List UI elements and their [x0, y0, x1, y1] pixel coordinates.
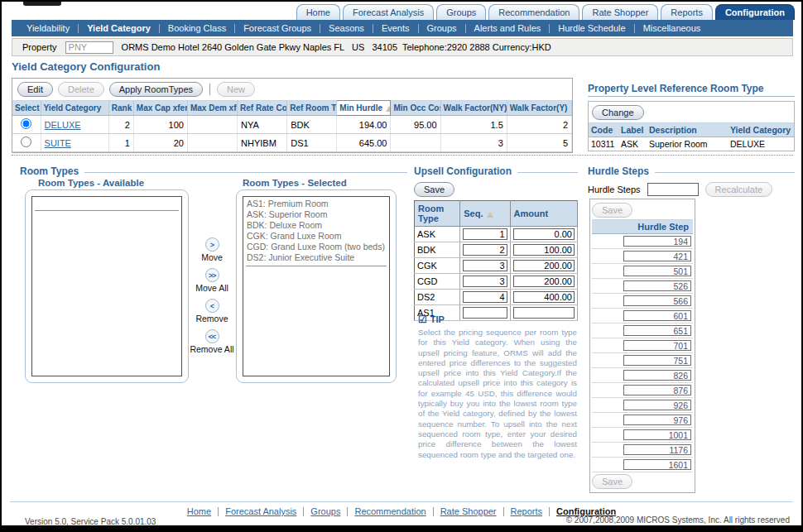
footer-link-forecast-analysis[interactable]: Forecast Analysis — [225, 506, 296, 516]
seq-input[interactable] — [463, 291, 507, 303]
tab-forecast-analysis[interactable]: Forecast Analysis — [343, 4, 434, 20]
hurdle-step-input[interactable] — [623, 415, 691, 425]
hurdle-steps-section: Hurdle Steps Hurdle Steps Recalculate — [588, 165, 795, 197]
column-header-seq[interactable]: Seq. — [460, 201, 510, 227]
tab-home[interactable]: Home — [296, 4, 340, 20]
hurdle-step-input[interactable] — [623, 310, 691, 321]
tab-recommendation[interactable]: Recommendation — [488, 4, 579, 20]
yield-category-link[interactable]: DELUXE — [45, 120, 81, 130]
hurdle-step-input[interactable] — [623, 340, 691, 351]
move-all-icon[interactable]: >> — [205, 268, 219, 282]
amount-input[interactable] — [513, 228, 575, 240]
subnav-forecast-groups[interactable]: Forecast Groups — [235, 23, 320, 33]
subnav-yieldability[interactable]: Yieldability — [18, 23, 78, 33]
subnav-events[interactable]: Events — [373, 23, 418, 33]
new-button[interactable]: New — [217, 82, 255, 97]
move-button-label[interactable]: Move — [201, 252, 223, 262]
edit-button[interactable]: Edit — [17, 82, 53, 97]
remove-button-label[interactable]: Remove — [195, 314, 228, 324]
list-item[interactable]: CGK: Grand Luxe Room — [244, 231, 388, 242]
hurdle-step-input[interactable] — [623, 370, 691, 381]
hurdle-step-input[interactable] — [623, 429, 691, 440]
hurdle-step-input[interactable] — [623, 266, 691, 276]
hurdle-step-row — [592, 413, 693, 428]
amount-input[interactable] — [513, 260, 575, 271]
upsell-table: Room Type Seq. Amount ASK BDK CGK — [414, 200, 578, 321]
column-header-ref-room-type[interactable]: Ref Room Type — [287, 101, 337, 116]
remove-icon[interactable]: < — [205, 299, 219, 313]
subnav-seasons[interactable]: Seasons — [320, 23, 373, 33]
footer-link-rate-shopper[interactable]: Rate Shopper — [440, 506, 497, 516]
footer-link-home[interactable]: Home — [187, 506, 211, 516]
hurdle-step-input[interactable] — [623, 280, 691, 291]
column-header-rank[interactable]: Rank — [108, 101, 133, 116]
seq-input[interactable] — [463, 228, 507, 240]
hurdle-step-input[interactable] — [623, 251, 691, 261]
column-header-min-hurdle[interactable]: Min Hurdle — [337, 101, 391, 116]
subnav-yield-category[interactable]: Yield Category — [79, 23, 159, 33]
recalculate-button[interactable]: Recalculate — [705, 182, 772, 197]
remove-all-icon[interactable]: << — [205, 329, 219, 343]
hurdle-step-input[interactable] — [623, 459, 691, 470]
amount-input[interactable] — [513, 244, 575, 256]
hurdle-step-input[interactable] — [623, 400, 691, 410]
change-button[interactable]: Change — [592, 105, 644, 120]
column-header-walk-factor-y[interactable]: Walk Factor(Y) — [507, 101, 571, 116]
hurdle-step-row — [592, 234, 693, 249]
seq-input[interactable] — [463, 260, 507, 271]
hurdle-step-input[interactable] — [623, 325, 691, 336]
upsell-save-button[interactable]: Save — [414, 182, 454, 197]
apply-roomtypes-button[interactable]: Apply RoomTypes — [109, 82, 203, 97]
amount-input[interactable] — [513, 276, 575, 287]
delete-button[interactable]: Delete — [58, 82, 104, 97]
hurdle-step-input[interactable] — [623, 355, 691, 366]
yield-category-link[interactable]: SUITE — [45, 138, 71, 148]
subnav-hurdle-schedule[interactable]: Hurdle Schedule — [550, 23, 633, 33]
subnav-booking-class[interactable]: Booking Class — [160, 23, 234, 33]
column-header-max-cap-xfer[interactable]: Max Cap xfer — [133, 101, 187, 116]
tab-rate-shopper[interactable]: Rate Shopper — [582, 4, 658, 20]
subnav-miscellaneous[interactable]: Miscellaneous — [635, 23, 709, 33]
hurdle-step-input[interactable] — [623, 385, 691, 395]
selected-room-types-listbox[interactable]: AS1: Premium Room ASK: Superior Room BDK… — [243, 196, 390, 376]
remove-all-button-label[interactable]: Remove All — [190, 344, 233, 354]
amount-input[interactable] — [513, 291, 575, 303]
hurdle-step-input[interactable] — [623, 295, 691, 306]
tab-groups[interactable]: Groups — [436, 4, 486, 20]
separator — [347, 507, 348, 516]
column-header-walk-factor-ny[interactable]: Walk Factor(NY) — [440, 101, 507, 116]
tab-configuration[interactable]: Configuration — [715, 4, 795, 20]
property-input[interactable] — [65, 41, 113, 54]
footer-link-reports[interactable]: Reports — [511, 506, 543, 516]
footer-link-recommendation[interactable]: Recommendation — [354, 506, 426, 516]
subnav-groups[interactable]: Groups — [419, 23, 465, 33]
seq-input[interactable] — [463, 244, 507, 256]
list-item[interactable]: AS1: Premium Room — [244, 199, 388, 209]
select-radio[interactable] — [21, 137, 31, 147]
column-header-max-dem-xfer[interactable]: Max Dem xfer — [187, 101, 237, 116]
move-icon[interactable]: > — [205, 237, 219, 252]
column-header-amount[interactable]: Amount — [510, 201, 577, 227]
move-all-button-label[interactable]: Move All — [195, 283, 228, 293]
column-header-yield-category[interactable]: Yield Category — [41, 101, 108, 116]
hurdle-step-input[interactable] — [623, 236, 691, 247]
copyright-text: © 2007,2008,2009 MICROS Systems, Inc. Al… — [566, 515, 790, 525]
footer-link-groups[interactable]: Groups — [310, 506, 340, 516]
column-header-min-occ-cost[interactable]: Min Occ Cost — [391, 101, 440, 116]
column-header-ref-rate-code[interactable]: Ref Rate Code — [238, 101, 287, 116]
list-item[interactable]: CGD: Grand Luxe Room (two beds) — [244, 242, 388, 252]
hurdle-save-button-bottom[interactable]: Save — [592, 474, 632, 489]
room-type-cell: CGK — [415, 258, 460, 274]
hurdle-steps-count-input[interactable] — [647, 183, 699, 196]
list-item[interactable]: DS2: Junior Executive Suite — [244, 252, 388, 263]
list-item[interactable]: BDK: Deluxe Room — [244, 220, 388, 231]
seq-input[interactable] — [463, 276, 507, 287]
select-radio[interactable] — [21, 118, 31, 129]
tip-check-icon: ☑ — [418, 315, 427, 324]
hurdle-step-input[interactable] — [623, 444, 691, 455]
available-room-types-listbox[interactable] — [31, 196, 182, 376]
hurdle-save-button-top[interactable]: Save — [592, 203, 632, 218]
subnav-alerts-and-rules[interactable]: Alerts and Rules — [466, 23, 550, 33]
tab-reports[interactable]: Reports — [661, 4, 713, 20]
list-item[interactable]: ASK: Superior Room — [244, 209, 388, 220]
